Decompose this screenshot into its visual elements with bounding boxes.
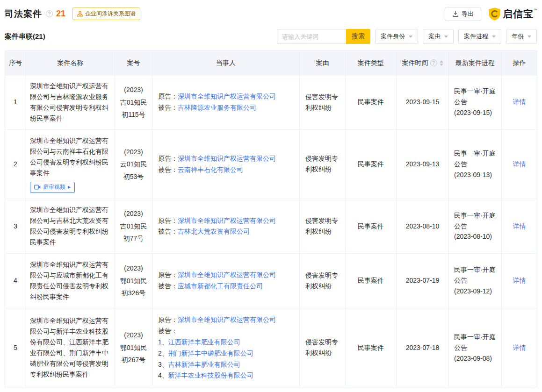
col-header-cause: 案由 xyxy=(300,51,346,75)
detail-link[interactable]: 详情 xyxy=(513,344,526,351)
progress-date: (2023-09-15) xyxy=(454,107,497,118)
case-number: (2023)鄂01知民初326号 xyxy=(115,253,152,308)
case-table: 序号 案件名称 案号 当事人 案由 案件类型 案件时间 ? 最新案件进程 操作 … xyxy=(5,50,537,387)
actions-cell: 详情 xyxy=(502,199,537,254)
search-button[interactable]: 搜索 xyxy=(346,29,370,44)
case-time-cell: 2023-07-18 xyxy=(397,308,449,387)
detail-link[interactable]: 详情 xyxy=(513,222,526,230)
row-index: 3 xyxy=(5,199,26,254)
download-icon xyxy=(452,11,459,17)
parties-cell: 原告：深圳市全维知识产权运营有限公司被告：应城市新都化工有限责任公司 xyxy=(152,253,300,308)
help-icon[interactable]: ? xyxy=(46,10,53,17)
case-name: 深圳市全维知识产权运营有限公司与吉林隆源农业服务有限公司侵害发明专利权纠纷民事案… xyxy=(30,81,111,124)
latest-progress-cell: 民事一审·开庭公告(2023-09-13) xyxy=(449,129,502,199)
video-camera-icon xyxy=(34,185,41,190)
actions-cell: 详情 xyxy=(502,308,537,387)
row-index: 1 xyxy=(5,75,26,130)
plaintiff-link[interactable]: 深圳市全维知识产权运营有限公司 xyxy=(178,271,276,278)
table-row: 5深圳市全维知识产权运营有限公司与新洋丰农业科技股份有限公司、江西新洋丰肥业有限… xyxy=(5,308,537,387)
plaintiff-label: 原告： xyxy=(158,271,178,278)
case-name: 深圳市全维知识产权运营有限公司与云南祥丰石化有限公司侵害发明专利权纠纷民事案件 xyxy=(30,135,111,178)
org-chart-icon xyxy=(77,11,83,17)
logo-text: 启信宝 xyxy=(503,7,534,21)
case-time-cell: 2023-08-10 xyxy=(397,199,449,254)
search-box: 搜索 xyxy=(277,29,370,44)
defendant-link[interactable]: 吉林北大荒农资有限公司 xyxy=(178,228,250,235)
logo-trademark: ™ xyxy=(534,8,537,12)
col-header-index: 序号 xyxy=(5,51,26,75)
plaintiff-label: 原告： xyxy=(158,316,178,323)
toolbar: 案件串联(21) 搜索 案件身份 案由 案件进程 年份 xyxy=(5,29,537,44)
qixinbao-logo: 启信宝 ™ xyxy=(488,7,537,21)
parties-cell: 原告：深圳市全维知识产权运营有限公司被告：云南祥丰石化有限公司 xyxy=(152,129,300,199)
defendant-link[interactable]: 新洋丰农业科技股份有限公司 xyxy=(168,371,253,379)
plaintiff-link[interactable]: 深圳市全维知识产权运营有限公司 xyxy=(178,155,276,162)
search-input[interactable] xyxy=(277,29,346,44)
case-type-cell: 民事案件 xyxy=(346,253,397,308)
case-name-cell: 深圳市全维知识产权运营有限公司与应城市新都化工有限责任公司侵害发明专利权纠纷民事… xyxy=(26,253,115,308)
col-header-case-number: 案号 xyxy=(115,51,152,75)
defendant-link[interactable]: 吉林新洋丰肥业有限公司 xyxy=(168,361,240,368)
latest-progress-cell: 民事一审·开庭公告(2023-08-10) xyxy=(449,199,502,254)
progress-date: (2023-09-12) xyxy=(454,286,497,297)
table-header-row: 序号 案件名称 案号 当事人 案由 案件类型 案件时间 ? 最新案件进程 操作 xyxy=(5,51,537,75)
defendant-index: 1、 xyxy=(158,338,168,346)
court-video-button[interactable]: 庭审视频▶ xyxy=(30,182,75,193)
plaintiff-label: 原告： xyxy=(158,155,178,162)
defendant-index: 3、 xyxy=(158,361,168,368)
case-name: 深圳市全维知识产权运营有限公司与应城市新都化工有限责任公司侵害发明专利权纠纷民事… xyxy=(30,259,111,302)
parties-cell: 原告：深圳市全维知识产权运营有限公司被告：吉林北大荒农资有限公司 xyxy=(152,199,300,254)
case-type-cell: 民事案件 xyxy=(346,308,397,387)
plaintiff-label: 原告： xyxy=(158,93,178,100)
case-number: (2023)云01知民初53号 xyxy=(115,129,152,199)
defendant-label: 被告： xyxy=(158,228,178,235)
progress-date: (2023-08-10) xyxy=(454,231,497,242)
sort-icon[interactable] xyxy=(440,60,443,66)
col-header-case-time: 案件时间 ? xyxy=(397,51,449,75)
litigation-graph-label: 企业间涉诉关系图谱 xyxy=(85,10,136,18)
progress-text: 民事一审·开庭公告 xyxy=(454,148,497,170)
page-title: 司法案件 xyxy=(5,8,42,20)
defendant-link[interactable]: 荆门新洋丰中磷肥业有限公司 xyxy=(168,349,253,357)
filter-cause[interactable]: 案由 xyxy=(423,29,454,44)
topbar: 司法案件 ? 21 企业间涉诉关系图谱 导出 xyxy=(0,0,542,21)
col-header-latest-progress: 最新案件进程 xyxy=(449,51,502,75)
col-header-actions: 操作 xyxy=(502,51,537,75)
case-number: (2023)吉01知民初77号 xyxy=(115,199,152,254)
detail-link[interactable]: 详情 xyxy=(513,98,526,106)
defendant-index: 2、 xyxy=(158,349,168,357)
litigation-graph-button[interactable]: 企业间涉诉关系图谱 xyxy=(72,7,140,20)
row-index: 2 xyxy=(5,129,26,199)
filter-year[interactable]: 年份 xyxy=(506,29,537,44)
defendant-link[interactable]: 吉林隆源农业服务有限公司 xyxy=(178,104,256,111)
case-count-badge: 21 xyxy=(56,9,65,19)
plaintiff-link[interactable]: 深圳市全维知识产权运营有限公司 xyxy=(178,217,276,224)
defendant-label: 被告： xyxy=(158,166,178,173)
export-button[interactable]: 导出 xyxy=(445,7,481,21)
defendant-link[interactable]: 云南祥丰石化有限公司 xyxy=(178,166,243,173)
cause-cell: 侵害发明专利权纠纷 xyxy=(300,308,346,387)
plaintiff-link[interactable]: 深圳市全维知识产权运营有限公司 xyxy=(178,316,276,323)
defendant-link[interactable]: 应城市新都化工有限责任公司 xyxy=(178,282,263,290)
defendant-link[interactable]: 江西新洋丰肥业有限公司 xyxy=(168,338,240,346)
plaintiff-link[interactable]: 深圳市全维知识产权运营有限公司 xyxy=(178,93,276,100)
table-row: 3深圳市全维知识产权运营有限公司与吉林北大荒农资有限公司侵害发明专利权纠纷民事案… xyxy=(5,199,537,254)
help-icon[interactable]: ? xyxy=(430,59,437,66)
col-header-case-name: 案件名称 xyxy=(26,51,115,75)
detail-link[interactable]: 详情 xyxy=(513,160,526,168)
case-type-cell: 民事案件 xyxy=(346,129,397,199)
export-label: 导出 xyxy=(462,10,474,18)
filter-case-progress[interactable]: 案件进程 xyxy=(458,29,501,44)
case-name-cell: 深圳市全维知识产权运营有限公司与吉林北大荒农资有限公司侵害发明专利权纠纷民事案件 xyxy=(26,199,115,254)
table-row: 1深圳市全维知识产权运营有限公司与吉林隆源农业服务有限公司侵害发明专利权纠纷民事… xyxy=(5,75,537,130)
case-number: (2023)吉01知民初115号 xyxy=(115,75,152,130)
chevron-down-icon xyxy=(528,36,531,38)
case-type-cell: 民事案件 xyxy=(346,75,397,130)
parties-cell: 原告：深圳市全维知识产权运营有限公司被告：吉林隆源农业服务有限公司 xyxy=(152,75,300,130)
filter-bar: 搜索 案件身份 案由 案件进程 年份 xyxy=(277,29,537,44)
filter-case-role[interactable]: 案件身份 xyxy=(375,29,418,44)
chevron-down-icon xyxy=(409,36,412,38)
defendant-index: 4、 xyxy=(158,371,168,379)
cause-cell: 侵害发明专利权纠纷 xyxy=(300,199,346,254)
detail-link[interactable]: 详情 xyxy=(513,277,526,284)
